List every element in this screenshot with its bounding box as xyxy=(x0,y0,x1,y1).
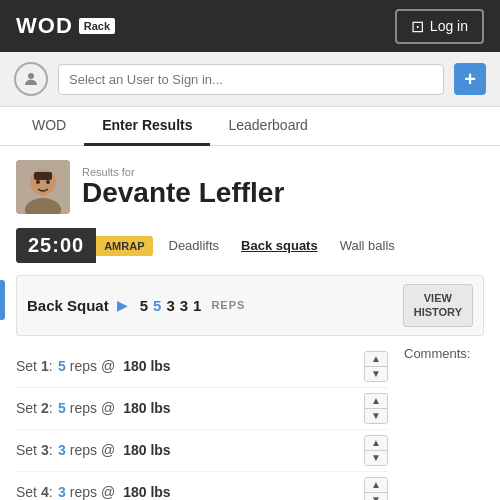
set-4-reps: 3 xyxy=(58,484,66,500)
login-label: Log in xyxy=(430,18,468,34)
set-1-stepper[interactable]: ▲ ▼ xyxy=(364,351,388,382)
timer-bar: 25:00 AMRAP Deadlifts Back squats Wall b… xyxy=(16,228,484,263)
logo-wod: WOD xyxy=(16,13,73,39)
set-4-stepper[interactable]: ▲ ▼ xyxy=(364,477,388,500)
set-3-weight: 180 lbs xyxy=(123,442,170,458)
comments-label: Comments: xyxy=(404,346,470,361)
workout-tab-deadlifts[interactable]: Deadlifts xyxy=(159,233,230,258)
chevron-right-icon[interactable]: ▶ xyxy=(117,297,128,313)
table-row: Set 4: 3 reps @ 180 lbs ▲ ▼ xyxy=(16,472,388,500)
user-search-input[interactable] xyxy=(58,64,444,95)
set-1-reps: 5 xyxy=(58,358,66,374)
comments-section: Comments: xyxy=(404,346,484,500)
rep-3: 3 xyxy=(166,297,174,314)
user-avatar-icon xyxy=(14,62,48,96)
user-name: Devante Leffler xyxy=(82,178,284,209)
results-for-label: Results for xyxy=(82,166,284,178)
logo: WOD Rack xyxy=(16,13,115,39)
set-1-down-button[interactable]: ▼ xyxy=(365,367,387,381)
exercise-header: Back Squat ▶ 5 5 3 3 1 REPS VIEWHISTORY xyxy=(16,275,484,336)
workout-tab-back-squats[interactable]: Back squats xyxy=(231,233,328,258)
set-3-reps: 3 xyxy=(58,442,66,458)
set-1-up-button[interactable]: ▲ xyxy=(365,352,387,366)
svg-point-6 xyxy=(46,180,50,184)
svg-rect-3 xyxy=(34,172,52,180)
avatar xyxy=(16,160,70,214)
set-4-weight: 180 lbs xyxy=(123,484,170,500)
sets-list: Set 1: 5 reps @ 180 lbs ▲ ▼ Set 2: 5 rep… xyxy=(16,346,388,500)
main-tabs: WOD Enter Results Leaderboard xyxy=(0,107,500,146)
set-2-up-button[interactable]: ▲ xyxy=(365,394,387,408)
workout-tab-wall-balls[interactable]: Wall balls xyxy=(330,233,405,258)
tab-wod[interactable]: WOD xyxy=(14,107,84,146)
rep-4: 3 xyxy=(180,297,188,314)
set-1-weight: 180 lbs xyxy=(123,358,170,374)
rep-5: 1 xyxy=(193,297,201,314)
svg-point-0 xyxy=(28,73,34,79)
tab-leaderboard[interactable]: Leaderboard xyxy=(210,107,325,146)
tab-enter-results[interactable]: Enter Results xyxy=(84,107,210,146)
svg-point-5 xyxy=(36,180,40,184)
table-row: Set 2: 5 reps @ 180 lbs ▲ ▼ xyxy=(16,388,388,430)
login-button[interactable]: ⊡ Log in xyxy=(395,9,484,44)
set-4-down-button[interactable]: ▼ xyxy=(365,493,387,500)
amrap-badge: AMRAP xyxy=(96,236,152,256)
set-2-reps: 5 xyxy=(58,400,66,416)
main-content: Results for Devante Leffler 25:00 AMRAP … xyxy=(0,146,500,500)
workout-tabs: Deadlifts Back squats Wall balls xyxy=(159,233,405,258)
set-1-label: Set 1: xyxy=(16,358,54,374)
set-3-stepper[interactable]: ▲ ▼ xyxy=(364,435,388,466)
sets-section: Set 1: 5 reps @ 180 lbs ▲ ▼ Set 2: 5 rep… xyxy=(16,346,484,500)
rep-numbers: 5 5 3 3 1 xyxy=(140,297,202,314)
profile-section: Results for Devante Leffler xyxy=(16,160,484,214)
add-user-button[interactable]: + xyxy=(454,63,486,95)
set-2-stepper[interactable]: ▲ ▼ xyxy=(364,393,388,424)
timer-display: 25:00 xyxy=(16,228,96,263)
set-4-up-button[interactable]: ▲ xyxy=(365,478,387,492)
blue-accent-bar xyxy=(0,280,5,320)
reps-label: REPS xyxy=(211,299,245,311)
set-3-at: reps @ xyxy=(70,442,115,458)
set-3-label: Set 3: xyxy=(16,442,54,458)
logo-rack: Rack xyxy=(79,18,115,34)
set-4-label: Set 4: xyxy=(16,484,54,500)
set-1-at: reps @ xyxy=(70,358,115,374)
rep-1: 5 xyxy=(140,297,148,314)
set-2-at: reps @ xyxy=(70,400,115,416)
view-history-button[interactable]: VIEWHISTORY xyxy=(403,284,473,327)
table-row: Set 3: 3 reps @ 180 lbs ▲ ▼ xyxy=(16,430,388,472)
set-3-down-button[interactable]: ▼ xyxy=(365,451,387,465)
set-2-weight: 180 lbs xyxy=(123,400,170,416)
table-row: Set 1: 5 reps @ 180 lbs ▲ ▼ xyxy=(16,346,388,388)
set-4-at: reps @ xyxy=(70,484,115,500)
login-icon: ⊡ xyxy=(411,17,424,36)
profile-info: Results for Devante Leffler xyxy=(82,166,284,209)
user-search-bar: + xyxy=(0,52,500,107)
set-2-label: Set 2: xyxy=(16,400,54,416)
app-header: WOD Rack ⊡ Log in xyxy=(0,0,500,52)
set-2-down-button[interactable]: ▼ xyxy=(365,409,387,423)
set-3-up-button[interactable]: ▲ xyxy=(365,436,387,450)
exercise-name: Back Squat xyxy=(27,297,109,314)
rep-2: 5 xyxy=(153,297,161,314)
